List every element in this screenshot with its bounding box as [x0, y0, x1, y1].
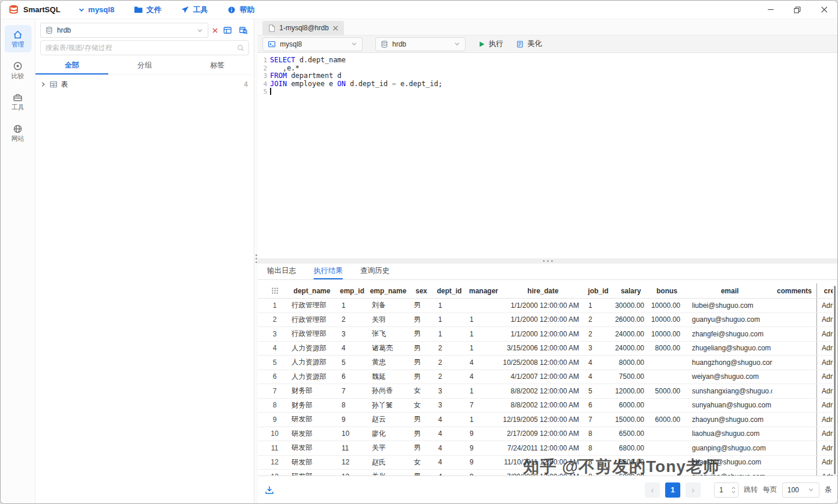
- cell-emp_name: 关兴: [367, 470, 409, 475]
- table-row[interactable]: 9研发部9赵云男4112/19/2005 12:00:00 AM715000.0…: [258, 413, 833, 427]
- sidebar-item-tools[interactable]: 工具: [5, 88, 31, 115]
- sql-editor[interactable]: 1SELECT d.dept_name2 ,e.*3FROM departmen…: [258, 53, 837, 258]
- code-line[interactable]: 3FROM department d: [258, 72, 837, 80]
- tab-groups[interactable]: 分组: [108, 58, 181, 74]
- export-button[interactable]: [265, 485, 274, 495]
- column-header-comments[interactable]: comments: [772, 283, 816, 298]
- cell-emp_id: 7: [337, 384, 367, 398]
- result-tabstrip: 输出日志 执行结果 查询历史: [258, 264, 837, 280]
- connection-switcher[interactable]: mysql8: [78, 5, 115, 14]
- horizontal-splitter[interactable]: [258, 258, 837, 264]
- column-header-sex[interactable]: sex: [409, 283, 434, 298]
- code-line[interactable]: 2 ,e.*: [258, 65, 837, 73]
- cell-email: guanyu@shuguo.com: [685, 313, 772, 327]
- send-icon: [181, 6, 189, 14]
- beautify-label: 美化: [527, 39, 542, 49]
- close-icon[interactable]: [333, 26, 338, 31]
- cell-sex: 男: [409, 299, 434, 313]
- code-line[interactable]: 4JOIN employee e ON d.dept_id = e.dept_i…: [258, 80, 837, 88]
- maximize-button[interactable]: [784, 1, 811, 19]
- tab-query-history[interactable]: 查询历史: [360, 264, 389, 279]
- table-search-icon[interactable]: [237, 24, 249, 36]
- table-row[interactable]: 6人力资源部6魏延男244/1/2007 12:00:00 AM47500.00…: [258, 370, 833, 385]
- cell-sex: 男: [409, 327, 434, 341]
- cell-manager: 9: [465, 441, 502, 455]
- search-input[interactable]: [41, 41, 237, 55]
- connection-select[interactable]: mysql8: [262, 37, 363, 51]
- tree-item-tables[interactable]: 表 4: [40, 77, 248, 91]
- search-box[interactable]: [40, 40, 249, 55]
- execute-button[interactable]: 执行: [478, 39, 503, 49]
- line-number: 3: [259, 72, 267, 80]
- cell-job_id: 8: [584, 441, 613, 455]
- vertical-splitter[interactable]: [254, 19, 258, 503]
- prev-page-button[interactable]: ‹: [645, 482, 660, 498]
- table-row[interactable]: 13研发部13关兴男497/30/2008 12:00:00 AM86000.0…: [258, 470, 833, 475]
- results-header: dept_nameemp_idemp_namesexdept_idmanager…: [258, 283, 833, 299]
- column-header-create[interactable]: create: [816, 283, 833, 298]
- table-row[interactable]: 8财务部8孙丫鬟女378/8/2002 12:00:00 AM66000.00s…: [258, 399, 833, 413]
- column-header-email[interactable]: email: [685, 283, 772, 298]
- column-header-emp_id[interactable]: emp_id: [337, 283, 367, 298]
- column-header-manager[interactable]: manager: [465, 283, 502, 298]
- menu-help[interactable]: 帮助: [228, 5, 254, 15]
- cell-salary: 12000.00: [613, 384, 649, 398]
- tab-exec-result[interactable]: 执行结果: [314, 264, 343, 279]
- cell-hire_date: 7/24/2011 12:00:00 AM: [502, 441, 584, 455]
- sidebar-item-website[interactable]: 网站: [5, 119, 31, 147]
- table-row[interactable]: 2行政管理部2关羽男111/1/2000 12:00:00 AM226000.0…: [258, 313, 833, 328]
- editor-tab[interactable]: 1-mysql8@hrdb: [262, 21, 344, 35]
- column-header-dept_id[interactable]: dept_id: [434, 283, 465, 298]
- column-header-hire_date[interactable]: hire_date: [502, 283, 584, 298]
- table-row[interactable]: 1行政管理部1刘备男11/1/2000 12:00:00 AM130000.00…: [258, 299, 833, 313]
- cell-dept_name: 行政管理部: [287, 327, 337, 341]
- tab-tags[interactable]: 标签: [181, 58, 254, 74]
- table-row[interactable]: 4人力资源部4诸葛亮男213/15/2006 12:00:00 AM324000…: [258, 342, 833, 356]
- menu-label: 工具: [193, 5, 208, 15]
- table-row[interactable]: 7财务部7孙尚香女318/8/2002 12:00:00 AM512000.00…: [258, 384, 833, 399]
- column-header-salary[interactable]: salary: [613, 283, 649, 298]
- grid-scrollbar[interactable]: [834, 286, 836, 474]
- minimize-button[interactable]: [757, 1, 784, 19]
- select-all-cell[interactable]: [262, 283, 287, 298]
- cell-manager: 9: [465, 456, 502, 470]
- table-row[interactable]: 3行政管理部3张飞男111/1/2000 12:00:00 AM224000.0…: [258, 327, 833, 342]
- page-jump-input[interactable]: 1: [714, 482, 738, 498]
- database-select[interactable]: hrdb: [375, 37, 466, 51]
- spinner[interactable]: [732, 487, 738, 494]
- clear-icon[interactable]: [212, 28, 218, 33]
- menu-tools[interactable]: 工具: [181, 5, 208, 15]
- column-header-bonus[interactable]: bonus: [649, 283, 685, 298]
- column-header-job_id[interactable]: job_id: [584, 283, 613, 298]
- cell-salary: 8000.00: [613, 356, 649, 370]
- sidebar-item-manage[interactable]: 管理: [5, 25, 31, 52]
- database-selector[interactable]: hrdb: [40, 23, 208, 38]
- table-row[interactable]: 12研发部12赵氏女4911/10/2011 12:00:00 AM86600.…: [258, 456, 833, 470]
- current-page[interactable]: 1: [665, 482, 680, 498]
- close-button[interactable]: [811, 1, 837, 19]
- table-row[interactable]: 11研发部11关平男497/24/2011 12:00:00 AM86800.0…: [258, 441, 833, 456]
- page-size-select[interactable]: 100: [782, 482, 819, 498]
- tab-output-log[interactable]: 输出日志: [267, 264, 296, 279]
- cell-create: Admin: [816, 313, 833, 327]
- cell-email: sunshangxiang@shuguo.com: [685, 384, 772, 398]
- table-row[interactable]: 10研发部10廖化男492/17/2009 12:00:00 AM86500.0…: [258, 427, 833, 442]
- tab-all[interactable]: 全部: [35, 58, 108, 74]
- beautify-button[interactable]: 美化: [516, 39, 542, 49]
- jump-button[interactable]: 跳转: [744, 485, 758, 495]
- left-panel: hrdb 全部 分组 标签 表 4: [35, 19, 254, 503]
- column-header-dept_name[interactable]: dept_name: [287, 283, 337, 298]
- code-line[interactable]: 1SELECT d.dept_name: [258, 56, 837, 65]
- next-page-button[interactable]: ›: [686, 482, 701, 498]
- cell-bonus: 10000.00: [649, 327, 685, 341]
- menu-file[interactable]: 文件: [134, 5, 161, 15]
- table-view-icon[interactable]: [222, 24, 233, 36]
- cell-dept_name: 人力资源部: [287, 342, 337, 356]
- results-grid: dept_nameemp_idemp_namesexdept_idmanager…: [258, 283, 833, 475]
- cell-salary: 15000.00: [613, 413, 649, 427]
- sidebar-item-compare[interactable]: 比较: [5, 56, 31, 84]
- cell-salary: 7500.00: [613, 370, 649, 384]
- table-row[interactable]: 5人力资源部5黄忠男2410/25/2008 12:00:00 AM48000.…: [258, 356, 833, 370]
- code-line[interactable]: 5: [258, 88, 837, 96]
- column-header-emp_name[interactable]: emp_name: [367, 283, 409, 298]
